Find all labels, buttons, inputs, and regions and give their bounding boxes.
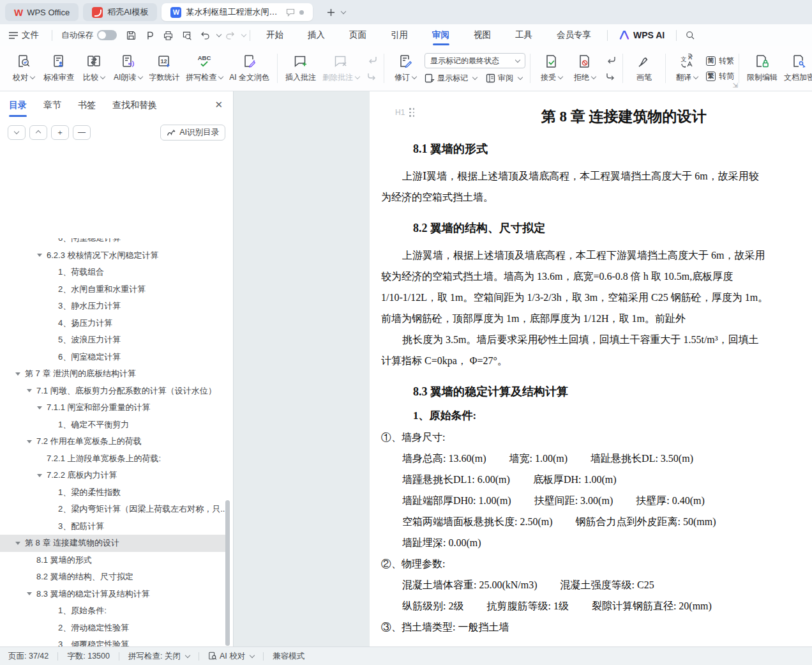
tab-bookmarks[interactable]: 书签 bbox=[78, 97, 96, 114]
menu-page[interactable]: 页面 bbox=[337, 24, 379, 46]
menu-member[interactable]: 会员专享 bbox=[545, 24, 603, 46]
toc-item[interactable]: 7.2.2 底板内力计算 bbox=[0, 467, 227, 484]
tab-docer-templates[interactable]: 稻壳AI模板 bbox=[83, 3, 157, 21]
toc-item[interactable]: 第 8 章 连接建筑物的设计 bbox=[0, 535, 227, 552]
print-button[interactable] bbox=[160, 27, 177, 43]
toc-item[interactable]: 7.1.1 闸室和部分重量的计算 bbox=[0, 399, 227, 417]
toc-item[interactable]: 7.2.1 上游段单宽板条上的荷载: bbox=[0, 450, 227, 468]
collapse-arrow-icon[interactable] bbox=[37, 254, 42, 257]
toc-item[interactable]: 7.1 闸墩、底板剪力分配系数的计算（设计水位） bbox=[0, 383, 227, 400]
ai-polish-button[interactable]: AI 全文润色 bbox=[226, 49, 273, 88]
to-simplified-button[interactable]: 繁 转简 bbox=[706, 71, 734, 82]
export-pdf-button[interactable] bbox=[141, 27, 158, 43]
document-page[interactable]: H1 第 8 章 连接建筑物的设计 8.1 翼墙的形式上游Ⅰ翼墙，根据上述墙顶及… bbox=[370, 91, 812, 646]
spell-check-button[interactable]: ABC 拼写检查 bbox=[183, 49, 226, 88]
sidebar-scrollbar[interactable] bbox=[225, 500, 230, 646]
close-sidebar-button[interactable]: ✕ bbox=[214, 99, 223, 111]
compatibility-mode-badge[interactable]: 兼容模式 bbox=[273, 651, 304, 662]
autosave-toggle[interactable] bbox=[97, 30, 117, 40]
zoom-in-button[interactable]: ＋ bbox=[51, 125, 69, 140]
wps-ai-button[interactable]: WPS AI bbox=[612, 30, 672, 40]
file-menu-button[interactable]: 文件 bbox=[0, 24, 48, 46]
save-button[interactable] bbox=[123, 27, 140, 43]
toc-item[interactable]: 1、梁的柔性指数 bbox=[0, 484, 227, 501]
toc-item[interactable]: 8.3 翼墙的稳定计算及结构计算 bbox=[0, 586, 227, 603]
accept-change-button[interactable]: 接受 bbox=[535, 49, 568, 88]
collapse-arrow-icon[interactable] bbox=[27, 592, 32, 595]
collapse-up-button[interactable] bbox=[29, 125, 47, 140]
collapse-arrow-icon[interactable] bbox=[27, 440, 32, 443]
standard-review-button[interactable]: 标准审查 bbox=[40, 49, 77, 88]
ai-proofread-status[interactable]: AI 校对 bbox=[208, 651, 254, 662]
tab-wps-home[interactable]: W WPS Office bbox=[5, 3, 79, 21]
next-change-button[interactable] bbox=[604, 71, 618, 82]
dialog-launcher-icon[interactable]: ⇲ bbox=[733, 82, 738, 89]
toc-item[interactable]: 4、扬压力计算 bbox=[0, 315, 227, 332]
ai-recognize-toc-button[interactable]: AI识别目录 bbox=[160, 125, 225, 141]
window-titlebar: W WPS Office 稻壳AI模板 W 某水利枢纽工程泄水闸设计 bbox=[0, 0, 812, 24]
show-markup-button[interactable]: 显示标记 bbox=[425, 73, 477, 84]
toc-item[interactable]: 6.2.3 校核情况下水闸稳定计算 bbox=[0, 247, 227, 264]
document-encrypt-button[interactable]: 文档加密 bbox=[781, 49, 812, 88]
page-indicator[interactable]: 页面: 37/42 bbox=[8, 651, 49, 662]
toc-item[interactable]: 8.2 翼墙的结构、尺寸拟定 bbox=[0, 569, 227, 586]
menu-view[interactable]: 视图 bbox=[462, 24, 503, 46]
restrict-editing-button[interactable]: 限制编辑 bbox=[744, 49, 781, 88]
previous-change-button[interactable] bbox=[604, 54, 618, 66]
menu-reference[interactable]: 引用 bbox=[379, 24, 420, 46]
toc-item[interactable]: 1、原始条件: bbox=[0, 602, 227, 620]
collapse-arrow-icon[interactable] bbox=[15, 372, 20, 376]
pen-button[interactable]: 画笔 bbox=[628, 49, 661, 88]
autosave-control[interactable]: 自动保存 bbox=[56, 30, 122, 41]
toc-item[interactable]: 3、配筋计算 bbox=[0, 518, 227, 535]
insert-comment-button[interactable]: 插入批注 bbox=[282, 49, 319, 88]
ai-read-aloud-button[interactable]: AI朗读 bbox=[110, 49, 146, 88]
undo-history-chevron-icon[interactable] bbox=[216, 31, 222, 36]
collapse-arrow-icon[interactable] bbox=[37, 406, 42, 409]
translate-button[interactable]: 文A 翻译 bbox=[670, 49, 703, 88]
expand-down-button[interactable] bbox=[8, 125, 26, 140]
toc-item[interactable]: 5、波浪压力计算 bbox=[0, 332, 227, 349]
proofread-button[interactable]: 校对 bbox=[7, 49, 40, 88]
toc-item[interactable]: 6、闸室稳定计算 bbox=[0, 238, 227, 247]
toc-item[interactable]: 6、闸室稳定计算 bbox=[0, 349, 227, 366]
quick-toolbar-chevron-icon[interactable] bbox=[241, 31, 246, 36]
spellcheck-status[interactable]: 拼写检查: 关闭 bbox=[128, 651, 190, 662]
collapse-arrow-icon[interactable] bbox=[37, 474, 42, 477]
toc-item[interactable]: 8.1 翼墙的形式 bbox=[0, 552, 227, 569]
tab-list-chevron-icon[interactable] bbox=[341, 8, 346, 13]
toc-item[interactable]: 2、梁内弯矩计算（因梁上荷载左右对称，只... bbox=[0, 501, 227, 518]
menu-review[interactable]: 审阅 bbox=[420, 24, 462, 46]
collapse-arrow-icon[interactable] bbox=[27, 389, 32, 392]
toc-item[interactable]: 1、荷载组合 bbox=[0, 264, 227, 281]
track-changes-button[interactable]: 修订 bbox=[389, 49, 422, 88]
word-count-indicator[interactable]: 字数: 13500 bbox=[67, 651, 110, 662]
menu-tools[interactable]: 工具 bbox=[503, 24, 545, 46]
show-markup-icon bbox=[425, 73, 435, 83]
reject-change-button[interactable]: 拒绝 bbox=[568, 49, 601, 88]
to-traditional-button[interactable]: 简 转繁 bbox=[706, 56, 734, 66]
collapse-arrow-icon[interactable] bbox=[15, 542, 20, 545]
tab-document[interactable]: W 某水利枢纽工程泄水闸设计 bbox=[162, 3, 313, 21]
menu-insert[interactable]: 插入 bbox=[296, 24, 337, 46]
toc-item[interactable]: 2、水闸自重和水重计算 bbox=[0, 281, 227, 298]
tab-toc[interactable]: 目录 bbox=[9, 97, 27, 114]
toc-item[interactable]: 7.2 作用在单宽板条上的荷载 bbox=[0, 433, 227, 450]
compare-button[interactable]: 比较 bbox=[77, 49, 110, 88]
tab-find-replace[interactable]: 查找和替换 bbox=[112, 97, 157, 114]
new-tab-button[interactable] bbox=[322, 4, 339, 20]
zoom-out-button[interactable]: — bbox=[73, 125, 91, 140]
markup-state-select[interactable]: 显示标记的最终状态 bbox=[425, 53, 525, 68]
toc-item[interactable]: 3、倾覆稳定性验算 bbox=[0, 636, 227, 646]
review-pane-button[interactable]: 审阅 bbox=[486, 73, 522, 84]
toc-item[interactable]: 2、滑动稳定性验算 bbox=[0, 620, 227, 637]
toc-item[interactable]: 第 7 章 泄洪闸的底板结构计算 bbox=[0, 365, 227, 383]
toc-item[interactable]: 1、确定不平衡剪力 bbox=[0, 417, 227, 434]
word-count-button[interactable]: 12 字数统计 bbox=[146, 49, 183, 88]
undo-button[interactable] bbox=[197, 27, 214, 43]
print-preview-button[interactable] bbox=[178, 27, 195, 43]
menu-home[interactable]: 开始 bbox=[254, 24, 296, 46]
tab-chapters[interactable]: 章节 bbox=[43, 97, 61, 114]
search-button[interactable] bbox=[681, 27, 698, 43]
toc-item[interactable]: 3、静水压力计算 bbox=[0, 298, 227, 315]
